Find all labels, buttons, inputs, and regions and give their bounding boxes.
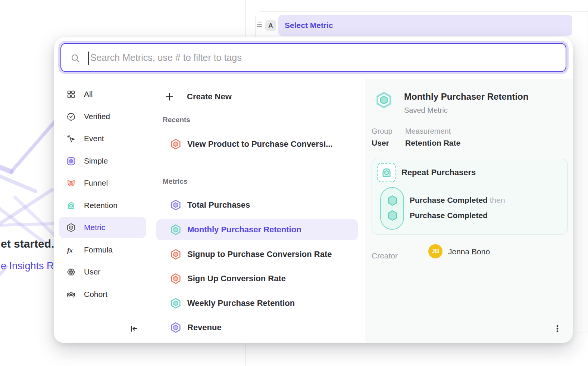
search-input[interactable] bbox=[90, 44, 553, 71]
search-box bbox=[60, 43, 566, 72]
metric-list-column: Create New Recents View Product to Purch… bbox=[150, 79, 365, 343]
sidebar-item-verified[interactable]: Verified bbox=[59, 106, 146, 127]
filter-sidebar: All Verified Event Simple bbox=[54, 79, 149, 343]
sidebar-item-formula[interactable]: fx Formula bbox=[59, 239, 146, 260]
sidebar-item-retention[interactable]: Retention bbox=[59, 195, 146, 216]
funnel-metric-hexagon-icon bbox=[170, 249, 181, 260]
definition-icon-box bbox=[377, 163, 396, 182]
retention-metric-hexagon-icon bbox=[170, 298, 181, 309]
metric-detail-panel: Monthly Purchaser Retention Saved Metric… bbox=[365, 79, 573, 343]
measurement-label: Measurement bbox=[405, 127, 451, 136]
verified-badge-icon bbox=[66, 112, 76, 121]
sidebar-item-simple[interactable]: Simple bbox=[59, 151, 146, 171]
metric-picker-modal: All Verified Event Simple bbox=[54, 37, 573, 343]
text-caret bbox=[88, 52, 89, 65]
simple-metric-icon bbox=[66, 156, 76, 166]
metric-select-value[interactable]: Select Metric bbox=[278, 15, 572, 36]
group-label: Group bbox=[372, 127, 392, 136]
funnel-icon bbox=[66, 179, 76, 188]
sidebar-item-user[interactable]: User bbox=[59, 261, 146, 282]
recents-header: Recents bbox=[163, 116, 190, 124]
sidebar-item-metric[interactable]: Metric bbox=[59, 217, 146, 238]
detail-footer bbox=[365, 314, 573, 343]
creator-name: Jenna Bono bbox=[448, 247, 490, 256]
avatar: JB bbox=[428, 244, 442, 258]
sidebar-item-event[interactable]: Event bbox=[59, 128, 146, 149]
background-insights-link[interactable]: e Insights Re bbox=[1, 260, 60, 272]
simple-metric-hexagon-icon bbox=[170, 199, 181, 211]
metric-hexagon-icon bbox=[66, 223, 76, 232]
funnel-metric-hexagon-icon bbox=[170, 273, 181, 284]
list-item[interactable]: Sign Up Conversion Rate bbox=[156, 268, 358, 289]
definition-step-1: Purchase Completed then bbox=[410, 196, 505, 205]
kebab-menu-icon[interactable] bbox=[553, 324, 562, 333]
search-icon bbox=[71, 53, 80, 63]
list-item[interactable]: Total Purchases bbox=[156, 195, 358, 215]
step-hexagon-icon bbox=[386, 194, 399, 207]
plus-icon bbox=[165, 92, 174, 102]
formula-icon: fx bbox=[66, 245, 76, 255]
sidebar-item-cohort[interactable]: Cohort bbox=[59, 284, 146, 305]
group-value: User bbox=[372, 139, 389, 148]
user-cluster-icon bbox=[66, 267, 76, 277]
step-connector: then bbox=[490, 196, 505, 204]
cohort-people-icon bbox=[66, 290, 76, 299]
definition-steps-capsule bbox=[380, 187, 404, 230]
list-item[interactable]: Revenue bbox=[156, 317, 358, 338]
retention-metric-hexagon-icon bbox=[375, 92, 392, 109]
event-cursor-icon bbox=[66, 134, 76, 143]
simple-metric-hexagon-icon bbox=[170, 322, 181, 333]
detail-subtitle: Saved Metric bbox=[404, 106, 448, 115]
creator-label: Creator bbox=[372, 251, 398, 260]
list-item[interactable]: Signup to Purchase Conversion Rate bbox=[156, 244, 358, 265]
funnel-metric-hexagon-icon bbox=[170, 139, 181, 150]
drag-handle-icon[interactable] bbox=[257, 22, 262, 27]
definition-step-2: Purchase Completed bbox=[410, 211, 488, 220]
metric-definition-card: Repeat Purchasers Purchase Completed the… bbox=[372, 159, 568, 235]
sidebar-item-funnel[interactable]: Funnel bbox=[59, 173, 146, 193]
collapse-sidebar-icon[interactable] bbox=[129, 324, 138, 333]
list-item-selected[interactable]: Monthly Purchaser Retention bbox=[156, 219, 358, 240]
detail-title: Monthly Purchaser Retention bbox=[404, 92, 528, 102]
list-divider bbox=[156, 162, 358, 162]
list-item[interactable]: Weekly Purchase Retention bbox=[156, 293, 358, 314]
background-heading-fragment: et started. bbox=[1, 238, 54, 250]
recent-item[interactable]: View Product to Purchase Conversi... bbox=[156, 134, 358, 155]
create-new-button[interactable]: Create New bbox=[156, 88, 358, 106]
grid-icon bbox=[66, 90, 76, 99]
svg-text:fx: fx bbox=[67, 246, 73, 254]
metric-select-label: Select Metric bbox=[285, 21, 333, 30]
retention-icon bbox=[66, 201, 76, 210]
metrics-header: Metrics bbox=[163, 177, 188, 186]
sidebar-item-all[interactable]: All bbox=[59, 84, 146, 105]
definition-name: Repeat Purchasers bbox=[401, 168, 476, 177]
row-type-badge[interactable]: A bbox=[265, 20, 276, 31]
retention-metric-hexagon-icon bbox=[170, 224, 181, 235]
step-hexagon-icon bbox=[386, 209, 399, 222]
measurement-value: Retention Rate bbox=[405, 139, 460, 148]
retention-arch-icon bbox=[381, 167, 392, 179]
sidebar-footer bbox=[54, 314, 149, 343]
